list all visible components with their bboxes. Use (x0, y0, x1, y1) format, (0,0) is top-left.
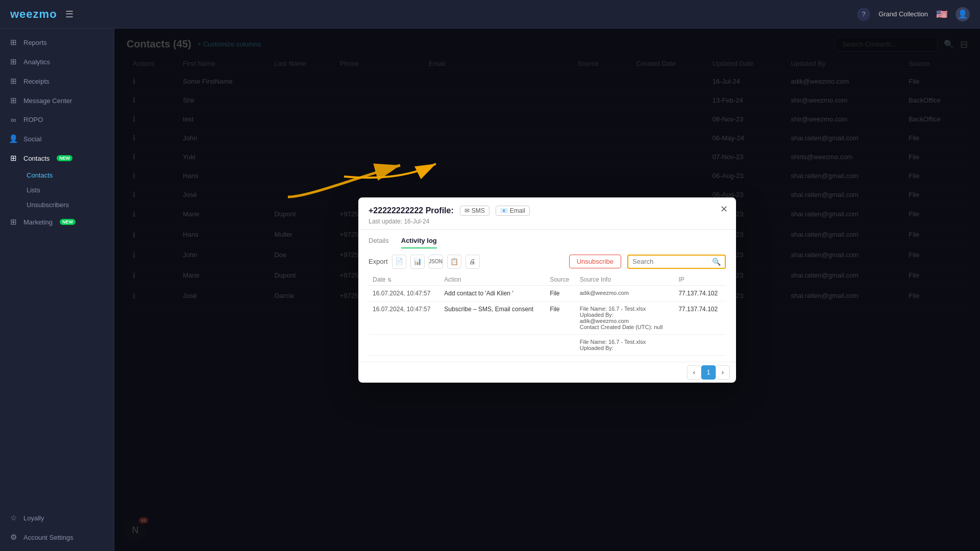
tab-activity-log[interactable]: Activity log (401, 234, 437, 248)
sidebar-item-contacts[interactable]: ⊞ Contacts NEW (0, 148, 114, 168)
sidebar-label-contacts: Contacts (23, 155, 50, 162)
current-page-button[interactable]: 1 (701, 365, 716, 380)
hamburger-menu[interactable]: ☰ (65, 9, 74, 20)
contacts-submenu: Contacts Lists Unsubscribers (0, 168, 114, 212)
modal-tabs: Details Activity log (358, 230, 736, 248)
submenu-lists[interactable]: Lists (20, 183, 114, 197)
activity-row: 16.07.2024, 10:47:57 Add contact to 'Adi… (369, 285, 726, 301)
sidebar-label-ropo: ROPO (23, 116, 43, 123)
sidebar-item-ropo[interactable]: ∞ ROPO (0, 110, 114, 129)
modal-header: +22222222222 Profile: ✉ SMS 📧 Email Last… (358, 197, 736, 230)
export-xls-icon[interactable]: 📊 (410, 255, 425, 269)
cell-source-info: File Name: 16.7 - Test.xlsxUploaded By:a… (576, 301, 675, 334)
sidebar-item-message-center[interactable]: ⊞ Message Center (0, 91, 114, 110)
modal-toolbar: Export 📄 📊 JSON 📋 🖨 Unsubscribe 🔍 (369, 255, 726, 269)
sms-icon: ✉ (464, 207, 470, 214)
sidebar-label-marketing: Marketing (23, 218, 53, 226)
app-logo: weezmo (10, 8, 57, 21)
reports-icon: ⊞ (8, 38, 18, 47)
ropo-icon: ∞ (8, 115, 18, 124)
modal-close-button[interactable]: ✕ (720, 204, 728, 215)
cell-date (369, 334, 440, 355)
modal-search-input[interactable] (632, 258, 709, 265)
prev-page-button[interactable]: ‹ (687, 365, 701, 380)
modal-footer: ‹ 1 › (358, 362, 736, 383)
marketing-badge: NEW (60, 219, 76, 225)
social-icon: 👤 (8, 134, 18, 143)
cell-ip: 77.137.74.102 (674, 285, 726, 301)
sidebar-item-social[interactable]: 👤 Social (0, 129, 114, 148)
col-source-info: Source Info (576, 274, 675, 286)
sidebar-item-receipts[interactable]: ⊞ Receipts (0, 71, 114, 91)
submenu-lists-label: Lists (27, 186, 40, 194)
user-avatar[interactable]: 👤 (955, 7, 970, 21)
cell-source: File (546, 301, 576, 334)
account-settings-icon: ⚙ (8, 533, 18, 542)
sidebar-label-reports: Reports (23, 39, 47, 46)
modal-subtitle: Last update: 16-Jul-24 (369, 218, 726, 225)
loyalty-icon: ☆ (8, 513, 18, 522)
sidebar-label-receipts: Receipts (23, 78, 50, 85)
message-center-icon: ⊞ (8, 96, 18, 105)
cell-source (546, 334, 576, 355)
cell-ip: 77.137.74.102 (674, 301, 726, 334)
col-date: Date ⇅ (369, 274, 440, 286)
submenu-contacts-label: Contacts (27, 171, 53, 179)
export-section: Export 📄 📊 JSON 📋 🖨 (369, 255, 480, 269)
submenu-contacts[interactable]: Contacts (20, 168, 114, 183)
sidebar-label-message-center: Message Center (23, 97, 72, 105)
col-action: Action (440, 274, 546, 286)
submenu-unsubscribers[interactable]: Unsubscribers (20, 197, 114, 212)
sidebar-item-reports[interactable]: ⊞ Reports (0, 33, 114, 52)
export-csv-icon[interactable]: 📄 (392, 255, 406, 269)
receipts-icon: ⊞ (8, 77, 18, 86)
cell-source-info: adik@weezmo.com (576, 285, 675, 301)
unsubscribe-button[interactable]: Unsubscribe (569, 255, 621, 268)
export-json-icon[interactable]: JSON (429, 255, 443, 269)
tab-details[interactable]: Details (369, 234, 389, 248)
top-navigation: weezmo ☰ ? Grand Collection 🇺🇸 👤 (0, 0, 980, 29)
store-name: Grand Collection (878, 10, 928, 18)
activity-row: File Name: 16.7 - Test.xlsxUploaded By: (369, 334, 726, 355)
sidebar-item-account-settings[interactable]: ⚙ Account Settings (0, 528, 114, 547)
modal-search: 🔍 (627, 255, 726, 269)
cell-date: 16.07.2024, 10:47:57 (369, 301, 440, 334)
export-icons: 📄 📊 JSON 📋 🖨 (392, 255, 480, 269)
email-icon: 📧 (500, 207, 508, 214)
cell-action (440, 334, 546, 355)
sidebar-label-analytics: Analytics (23, 58, 50, 66)
nav-right: ? Grand Collection 🇺🇸 👤 (857, 7, 970, 21)
cell-action: Subscribe – SMS, Email consent (440, 301, 546, 334)
sidebar: ⊞ Reports ⊞ Analytics ⊞ Receipts ⊞ Messa… (0, 29, 114, 551)
activity-header-row: Date ⇅ Action Source Source Info IP (369, 274, 726, 286)
activity-row: 16.07.2024, 10:47:57 Subscribe – SMS, Em… (369, 301, 726, 334)
export-label: Export (369, 258, 388, 265)
analytics-icon: ⊞ (8, 57, 18, 66)
cell-action: Add contact to 'Adi Klien ' (440, 285, 546, 301)
sidebar-label-social: Social (23, 135, 41, 143)
modal-title: +22222222222 Profile: (369, 206, 454, 215)
cell-source-info: File Name: 16.7 - Test.xlsxUploaded By: (576, 334, 675, 355)
sidebar-bottom: ☆ Loyally ⚙ Account Settings (0, 508, 114, 547)
contacts-icon: ⊞ (8, 154, 18, 163)
profile-modal: +22222222222 Profile: ✉ SMS 📧 Email Last… (358, 197, 736, 383)
sidebar-item-loyalty[interactable]: ☆ Loyally (0, 508, 114, 528)
export-print-icon[interactable]: 🖨 (465, 255, 480, 269)
sidebar-item-analytics[interactable]: ⊞ Analytics (0, 52, 114, 71)
modal-right-toolbar: Unsubscribe 🔍 (569, 255, 726, 269)
sidebar-item-marketing[interactable]: ⊞ Marketing NEW (0, 212, 114, 232)
next-page-button[interactable]: › (716, 365, 730, 380)
col-ip: IP (674, 274, 726, 286)
export-pdf-icon[interactable]: 📋 (447, 255, 461, 269)
flag-icon: 🇺🇸 (936, 9, 947, 20)
sidebar-label-loyalty: Loyally (23, 514, 44, 522)
cell-ip (674, 334, 726, 355)
cell-source: File (546, 285, 576, 301)
activity-table: Date ⇅ Action Source Source Info IP 16.0… (369, 274, 726, 356)
marketing-icon: ⊞ (8, 217, 18, 227)
activity-table-wrapper: Date ⇅ Action Source Source Info IP 16.0… (369, 274, 726, 356)
help-icon[interactable]: ? (857, 8, 870, 21)
sms-badge: ✉ SMS (460, 206, 489, 216)
email-badge: 📧 Email (496, 206, 530, 216)
cell-date: 16.07.2024, 10:47:57 (369, 285, 440, 301)
